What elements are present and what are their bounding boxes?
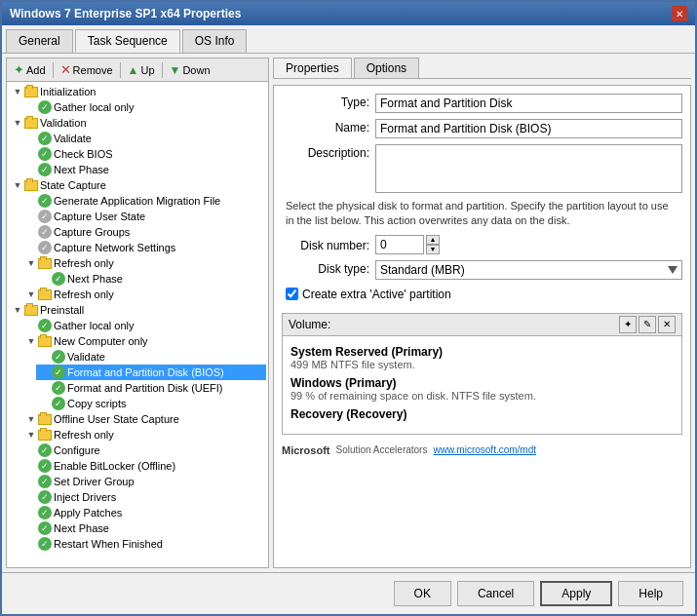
expander-v2 [38, 350, 52, 364]
disk-number-spinner: ▲ ▼ [375, 235, 440, 254]
tree-item-validation[interactable]: ▼ Validation [9, 115, 266, 131]
expander-pi: ▼ [11, 303, 24, 317]
folder-icon-pi [24, 305, 38, 316]
check-icon-np1: ✓ [38, 163, 52, 176]
tree-item-configure[interactable]: ✓ Configure [22, 443, 266, 458]
tree-item-refresh-only-1[interactable]: ▼ Refresh only [22, 255, 266, 271]
volume-edit-button[interactable]: ✎ [639, 316, 656, 333]
tree-item-refresh-only-2[interactable]: ▼ Refresh only [22, 287, 266, 302]
item-label-id: Inject Drivers [54, 491, 116, 503]
tree-item-check-bios[interactable]: ✓ Check BIOS [22, 146, 266, 162]
tree-item-gather-local-1[interactable]: ✓ Gather local only [22, 99, 266, 115]
item-label-fu: Format and Partition Disk (UEFI) [67, 382, 223, 394]
check-icon-np3: ✓ [38, 521, 52, 535]
check-icon-gl2: ✓ [38, 319, 52, 332]
cancel-button[interactable]: Cancel [457, 581, 534, 606]
disk-type-select[interactable]: Standard (MBR) GPT [375, 260, 682, 280]
tree-item-inject-drivers[interactable]: ✓ Inject Drivers [22, 489, 266, 505]
disk-number-input[interactable] [375, 235, 424, 254]
tree-item-format-uefi[interactable]: ✓ Format and Partition Disk (UEFI) [36, 380, 266, 396]
tree-item-set-driver-group[interactable]: ✓ Set Driver Group [22, 474, 266, 489]
apply-button[interactable]: Apply [540, 581, 612, 606]
tree-item-capture-groups[interactable]: ✓ Capture Groups [22, 224, 266, 240]
folder-icon-sc [24, 180, 38, 191]
sep3 [162, 62, 163, 78]
name-input[interactable] [375, 119, 682, 138]
tree-item-next-phase-3[interactable]: ✓ Next Phase [22, 520, 266, 536]
check-icon-np2: ✓ [52, 272, 65, 286]
ok-button[interactable]: OK [394, 581, 451, 606]
tree-item-next-phase-1[interactable]: ✓ Next Phase [22, 162, 266, 177]
main-window: Windows 7 Enterprise SP1 x64 Properties … [0, 0, 697, 616]
tab-properties[interactable]: Properties [273, 58, 352, 78]
tree-item-state-capture[interactable]: ▼ State Capture [9, 177, 266, 193]
folder-icon-ro2 [38, 289, 52, 300]
tree-item-gen-app-mig[interactable]: ✓ Generate Application Migration File [22, 193, 266, 209]
spinner-down[interactable]: ▼ [426, 245, 440, 254]
tree-item-next-phase-2[interactable]: ✓ Next Phase [36, 271, 266, 287]
remove-icon: ✕ [60, 62, 71, 77]
tab-options[interactable]: Options [354, 58, 419, 78]
add-button[interactable]: ✦ Add [11, 61, 49, 78]
props-tabs: Properties Options [273, 58, 691, 79]
sep1 [53, 62, 54, 78]
task-sequence-tree[interactable]: ▼ Initialization ✓ Gather local only ▼ V… [7, 82, 268, 567]
check-icon-ap: ✓ [38, 506, 52, 520]
tree-item-capture-user-state[interactable]: ✓ Capture User State [22, 209, 266, 224]
tree-item-validate[interactable]: ✓ Validate [22, 131, 266, 146]
expander-cn [24, 241, 38, 254]
expander-np1 [24, 163, 38, 176]
tree-toolbar: ✦ Add ✕ Remove ▲ Up ▼ Down [7, 58, 268, 82]
disk-type-row: Disk type: Standard (MBR) GPT [282, 260, 682, 280]
spinner-buttons: ▲ ▼ [426, 235, 440, 254]
item-label-gam: Generate Application Migration File [54, 195, 220, 207]
tab-task-sequence[interactable]: Task Sequence [75, 29, 180, 53]
up-button[interactable]: ▲ Up [125, 62, 158, 78]
type-input[interactable] [375, 94, 682, 113]
volume-star-button[interactable]: ✦ [619, 316, 637, 333]
tab-os-info[interactable]: OS Info [182, 29, 248, 53]
description-textarea[interactable] [375, 144, 682, 193]
volume-delete-button[interactable]: ✕ [658, 316, 676, 333]
tree-item-capture-network[interactable]: ✓ Capture Network Settings [22, 240, 266, 255]
expander-v [24, 132, 38, 145]
down-button[interactable]: ▼ Down [167, 62, 213, 78]
folder-icon-val [24, 118, 38, 129]
tree-item-format-bios[interactable]: ✓ Format and Partition Disk (BIOS) [36, 365, 266, 380]
help-button[interactable]: Help [618, 581, 683, 606]
down-icon: ▼ [170, 63, 181, 77]
tree-item-new-computer[interactable]: ▼ New Computer only [22, 333, 266, 349]
description-label: Description: [282, 144, 369, 160]
volume-section: Volume: ✦ ✎ ✕ System Reserved (Primary) … [282, 313, 682, 435]
tree-item-offline-user-state[interactable]: ▼ Offline User State Capture [22, 411, 266, 427]
up-icon: ▲ [128, 63, 139, 77]
title-bar: Windows 7 Enterprise SP1 x64 Properties … [2, 2, 695, 25]
item-label-v2: Validate [67, 351, 105, 363]
tree-item-apply-patches[interactable]: ✓ Apply Patches [22, 505, 266, 520]
expander-gam [24, 194, 38, 208]
expander-gl1 [24, 100, 38, 114]
active-partition-checkbox[interactable] [286, 288, 298, 300]
item-label-np3: Next Phase [54, 522, 109, 534]
item-label-cg: Capture Groups [54, 226, 130, 238]
tree-item-refresh-only-3[interactable]: ▼ Refresh only [22, 427, 266, 443]
tree-item-validate-2[interactable]: ✓ Validate [36, 349, 266, 365]
check-icon-v2: ✓ [52, 350, 65, 364]
spinner-up[interactable]: ▲ [426, 235, 440, 245]
tree-item-preinstall[interactable]: ▼ Preinstall [9, 302, 266, 318]
folder-icon-nc [38, 336, 52, 347]
tab-general[interactable]: General [6, 29, 73, 53]
volume-toolbar: ✦ ✎ ✕ [619, 316, 676, 333]
item-label-ro1: Refresh only [54, 257, 114, 269]
tree-item-restart-when[interactable]: ✓ Restart When Finished [22, 536, 266, 552]
tree-item-gather-local-2[interactable]: ✓ Gather local only [22, 318, 266, 333]
tree-item-enable-bitlocker[interactable]: ✓ Enable BitLocker (Offline) [22, 458, 266, 474]
mdt-link[interactable]: www.microsoft.com/mdt [433, 444, 536, 455]
close-button[interactable]: ✕ [672, 6, 687, 21]
check-icon-gam: ✓ [38, 194, 52, 208]
tree-item-copy-scripts[interactable]: ✓ Copy scripts [36, 396, 266, 411]
volume-name-recovery: Recovery (Recovery) [290, 407, 674, 421]
tree-item-initialization[interactable]: ▼ Initialization [9, 84, 266, 99]
remove-button[interactable]: ✕ Remove [58, 61, 116, 78]
expander-sc: ▼ [11, 178, 24, 192]
